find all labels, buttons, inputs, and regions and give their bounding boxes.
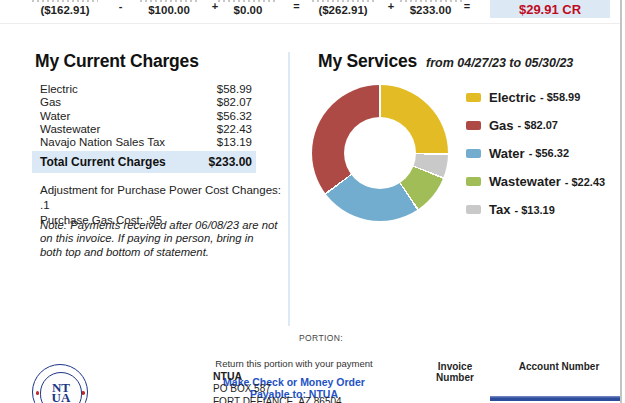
utility-bill-page: ($162.91) - $100.00 + $0.00 = ($262.91) …	[0, 0, 625, 403]
charge-label: Wastewater	[40, 123, 100, 136]
logo-text: UA	[52, 393, 71, 403]
legend-amount: - $82.07	[518, 119, 558, 131]
chart-legend: Electric - $58.99 Gas - $82.07 Water - $…	[466, 89, 605, 230]
equals-operator: =	[457, 0, 477, 12]
legend-swatch-electric	[466, 93, 481, 102]
charge-amount: $13.19	[217, 136, 252, 149]
table-row: Water $56.32	[40, 110, 252, 123]
payments-value: $100.00	[129, 3, 209, 18]
page-right-edge-line	[620, 0, 622, 403]
ntua-logo-ring: NT UA	[32, 364, 88, 403]
ntua-logo-shield: NT UA	[40, 372, 82, 403]
section-divider-line	[0, 23, 620, 24]
minus-operator: -	[110, 0, 131, 12]
previous-balance-value: ($162.91)	[25, 3, 105, 18]
cutoff-label-remnant	[312, 0, 374, 2]
total-current-charges-row: Total Current Charges $233.00	[32, 151, 256, 173]
table-row: Navajo Nation Sales Tax $13.19	[40, 136, 252, 149]
services-period: from 04/27/23 to 05/30/23	[426, 56, 573, 70]
charge-amount: $56.32	[217, 110, 252, 123]
amount-due-credit-value: $29.91 CR	[519, 2, 581, 17]
total-label: Total Current Charges	[40, 155, 166, 169]
balance-value: ($262.91)	[303, 3, 383, 18]
logo-red-dot	[36, 391, 40, 395]
legend-swatch-gas	[466, 121, 481, 130]
services-donut-chart	[312, 85, 448, 221]
legend-item: Gas - $82.07	[466, 117, 605, 133]
account-number-label: Account Number	[518, 361, 600, 372]
legend-amount: - $56.32	[529, 147, 569, 159]
legend-item: Wastewater - $22.43	[466, 174, 605, 190]
charge-label: Navajo Nation Sales Tax	[40, 136, 165, 149]
charge-amount: $22.43	[217, 123, 252, 136]
company-address-line1: PO BOX 587	[213, 383, 271, 394]
legend-name: Wastewater	[489, 174, 561, 189]
charge-amount: $58.99	[217, 83, 252, 96]
legend-amount: - $22.43	[565, 176, 605, 188]
legend-name: Water	[489, 146, 525, 161]
charge-label: Water	[40, 110, 70, 123]
company-name: NTUA	[213, 370, 242, 382]
services-title: My Services	[318, 51, 417, 71]
cutoff-label-remnant	[32, 0, 98, 2]
adjustment-line: Adjustment for Purchase Power Cost Chang…	[40, 183, 290, 213]
legend-amount: - $58.99	[540, 91, 580, 103]
cutoff-label-remnant	[400, 0, 462, 2]
total-amount: $233.00	[209, 155, 252, 169]
current-charges-table: Electric $58.99 Gas $82.07 Water $56.32 …	[40, 83, 252, 149]
donut-hole	[344, 117, 416, 189]
invoice-number-label: Invoice Number	[418, 361, 492, 383]
legend-name: Gas	[489, 118, 514, 133]
table-row: Gas $82.07	[40, 96, 252, 109]
legend-swatch-water	[466, 149, 481, 158]
legend-name: Electric	[489, 90, 536, 105]
services-header: My Servicesfrom 04/27/23 to 05/30/23	[318, 51, 573, 72]
adjustments-value: $0.00	[208, 3, 288, 18]
charge-label: Gas	[40, 96, 61, 109]
table-row: Wastewater $22.43	[40, 123, 252, 136]
company-address-line2: FORT DEFIANCE, AZ 86504	[213, 396, 342, 403]
legend-item: Electric - $58.99	[466, 89, 605, 105]
legend-name: Tax	[489, 202, 510, 217]
ntua-logo: NT UA	[32, 364, 88, 403]
payment-note: Note: Payments received after 06/08/23 a…	[40, 219, 278, 259]
legend-item: Water - $56.32	[466, 145, 605, 161]
amount-due-credit-box: $29.91 CR	[490, 0, 610, 18]
legend-item: Tax - $13.19	[466, 202, 605, 218]
cutoff-label-remnant	[140, 0, 198, 2]
current-charges-title: My Current Charges	[35, 51, 199, 72]
portion-label: PORTION:	[280, 333, 362, 343]
cutoff-label-remnant	[218, 0, 278, 2]
account-number-underline-bar	[490, 396, 621, 401]
charge-label: Electric	[40, 83, 78, 96]
vertical-panel-divider	[288, 52, 290, 326]
return-portion-text: Return this portion with your payment	[214, 358, 374, 369]
charge-amount: $82.07	[217, 96, 252, 109]
legend-amount: - $13.19	[514, 204, 554, 216]
table-row: Electric $58.99	[40, 83, 252, 96]
legend-swatch-tax	[466, 205, 481, 214]
legend-swatch-wastewater	[466, 177, 481, 186]
